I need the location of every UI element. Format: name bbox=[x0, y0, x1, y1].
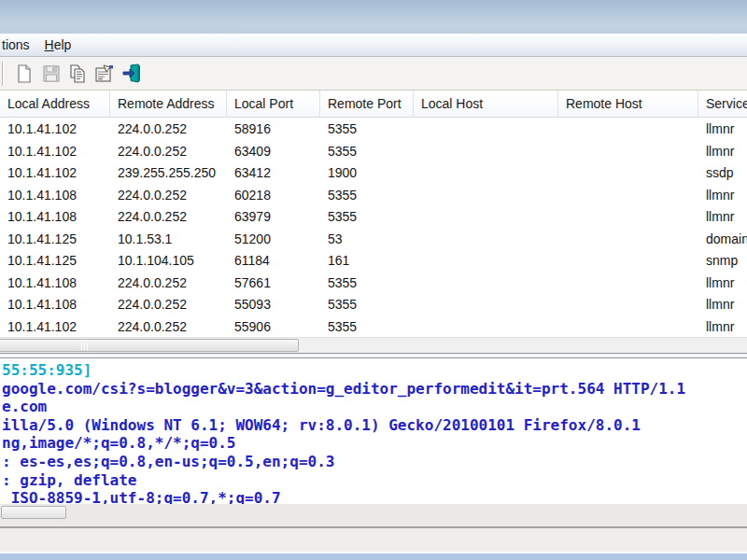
detail-horizontal-scrollbar[interactable] bbox=[0, 504, 747, 521]
table-scrollbar-thumb[interactable] bbox=[0, 339, 299, 352]
detail-scrollbar-thumb[interactable] bbox=[1, 506, 66, 519]
table-row[interactable]: 10.1.41.108224.0.0.252639795355llmnr bbox=[0, 205, 747, 228]
cell-service: llmnr bbox=[698, 184, 747, 206]
cell-remote-address: 224.0.0.252 bbox=[110, 140, 227, 162]
cell-remote-host bbox=[558, 205, 698, 228]
cell-remote-address: 10.1.104.105 bbox=[110, 249, 227, 272]
http-header-line: : es-es,es;q=0.8,en-us;q=0.5,en;q=0.3 bbox=[2, 453, 747, 471]
cell-remote-host bbox=[558, 184, 698, 206]
cell-local-port: 55093 bbox=[227, 293, 320, 315]
column-header-service[interactable]: Service bbox=[698, 91, 747, 117]
packet-timestamp: 55:55:935] bbox=[2, 361, 747, 380]
sniffer-window: tions Help bbox=[0, 0, 747, 560]
cell-service: llmnr bbox=[698, 140, 747, 162]
http-header-line: ng,image/*;q=0.8,*/*;q=0.5 bbox=[2, 434, 747, 453]
table-row[interactable]: 10.1.41.102224.0.0.252634095355llmnr bbox=[0, 140, 747, 162]
menu-item-help[interactable]: Help bbox=[37, 35, 79, 55]
cell-local-port: 60218 bbox=[227, 184, 320, 206]
exit-icon[interactable] bbox=[120, 62, 144, 86]
cell-remote-host bbox=[558, 272, 698, 294]
column-header-remote-host[interactable]: Remote Host bbox=[558, 91, 698, 117]
cell-local-host bbox=[414, 315, 558, 338]
column-header-remote-address[interactable]: Remote Address bbox=[110, 91, 227, 117]
properties-icon[interactable] bbox=[92, 62, 116, 86]
column-header-local-host[interactable]: Local Host bbox=[414, 91, 558, 117]
packet-detail-pane[interactable]: 55:55:935]google.com/csi?s=blogger&v=3&a… bbox=[0, 358, 747, 504]
cell-remote-port: 5355 bbox=[320, 140, 414, 162]
new-file-icon[interactable] bbox=[12, 62, 36, 86]
menu-item-options[interactable]: tions bbox=[0, 35, 37, 55]
cell-service: domain bbox=[698, 228, 747, 250]
http-header-line: e.com bbox=[2, 398, 747, 416]
cell-local-host bbox=[414, 293, 558, 315]
table-row[interactable]: 10.1.41.108224.0.0.252576615355llmnr bbox=[0, 272, 747, 294]
save-icon[interactable] bbox=[39, 62, 63, 86]
cell-local-address: 10.1.41.108 bbox=[0, 205, 110, 228]
cell-local-host bbox=[414, 161, 558, 184]
column-header-local-address[interactable]: Local Address bbox=[0, 91, 110, 117]
cell-remote-port: 53 bbox=[320, 228, 414, 250]
cell-local-address: 10.1.41.102 bbox=[0, 161, 110, 184]
cell-remote-port: 1900 bbox=[320, 161, 414, 184]
http-header-line: google.com/csi?s=blogger&v=3&action=g_ed… bbox=[2, 380, 747, 399]
cell-remote-port: 161 bbox=[320, 249, 414, 272]
table-row[interactable]: 10.1.41.12510.1.104.10561184161snmp bbox=[0, 249, 747, 272]
cell-local-host bbox=[414, 140, 558, 162]
cell-local-host bbox=[414, 205, 558, 228]
status-bar bbox=[0, 528, 747, 552]
cell-local-address: 10.1.41.102 bbox=[0, 140, 110, 162]
http-header-line: illa/5.0 (Windows NT 6.1; WOW64; rv:8.0.… bbox=[2, 416, 747, 435]
copy-icon[interactable] bbox=[65, 62, 90, 86]
menu-bar: tions Help bbox=[0, 34, 747, 57]
cell-remote-host bbox=[558, 293, 698, 315]
cell-remote-address: 224.0.0.252 bbox=[110, 315, 227, 338]
cell-service: ssdp bbox=[698, 161, 747, 184]
cell-local-address: 10.1.41.125 bbox=[0, 249, 110, 272]
cell-remote-host bbox=[558, 161, 698, 184]
table-row[interactable]: 10.1.41.102224.0.0.252559065355llmnr bbox=[0, 315, 747, 338]
cell-remote-port: 5355 bbox=[320, 184, 414, 206]
toolbar bbox=[0, 57, 747, 91]
connections-table: 10.1.41.102224.0.0.252589165355llmnr10.1… bbox=[0, 118, 747, 337]
table-row[interactable]: 10.1.41.108224.0.0.252550935355llmnr bbox=[0, 293, 747, 315]
table-row[interactable]: 10.1.41.102224.0.0.252589165355llmnr bbox=[0, 118, 747, 140]
cell-local-address: 10.1.41.108 bbox=[0, 184, 110, 206]
cell-remote-port: 5355 bbox=[320, 118, 414, 140]
cell-service: llmnr bbox=[698, 118, 747, 140]
table-row[interactable]: 10.1.41.108224.0.0.252602185355llmnr bbox=[0, 184, 747, 206]
taskbar-edge bbox=[0, 553, 747, 560]
toolbar-separator bbox=[2, 62, 4, 86]
cell-local-port: 63979 bbox=[227, 205, 320, 228]
title-bar[interactable] bbox=[0, 0, 747, 34]
cell-remote-port: 5355 bbox=[320, 272, 414, 294]
http-header-line: : gzip, deflate bbox=[2, 471, 747, 490]
table-header-row: Local AddressRemote AddressLocal PortRem… bbox=[0, 91, 747, 118]
cell-remote-port: 5355 bbox=[320, 293, 414, 315]
cell-local-host bbox=[414, 118, 558, 140]
cell-remote-port: 5355 bbox=[320, 205, 414, 228]
cell-remote-address: 224.0.0.252 bbox=[110, 205, 227, 228]
cell-local-port: 55906 bbox=[227, 315, 320, 338]
cell-local-port: 61184 bbox=[227, 249, 320, 272]
table-row[interactable]: 10.1.41.12510.1.53.15120053domain bbox=[0, 228, 747, 250]
cell-service: llmnr bbox=[698, 293, 747, 315]
cell-remote-address: 239.255.255.250 bbox=[110, 161, 227, 184]
cell-local-host bbox=[414, 249, 558, 272]
http-header-line: ISO-8859-1,utf-8;q=0.7,*;q=0.7 bbox=[2, 489, 747, 504]
cell-local-address: 10.1.41.102 bbox=[0, 118, 110, 140]
cell-remote-host bbox=[558, 315, 698, 338]
cell-local-address: 10.1.41.108 bbox=[0, 293, 110, 315]
cell-service: llmnr bbox=[698, 315, 747, 338]
table-row[interactable]: 10.1.41.102239.255.255.250634121900ssdp bbox=[0, 161, 747, 184]
column-header-remote-port[interactable]: Remote Port bbox=[320, 91, 414, 117]
cell-remote-port: 5355 bbox=[320, 315, 414, 338]
cell-remote-host bbox=[558, 140, 698, 162]
column-header-local-port[interactable]: Local Port bbox=[227, 91, 320, 117]
table-horizontal-scrollbar[interactable] bbox=[0, 337, 747, 353]
cell-remote-address: 224.0.0.252 bbox=[110, 184, 227, 206]
cell-local-host bbox=[414, 228, 558, 250]
cell-remote-host bbox=[558, 118, 698, 140]
cell-local-port: 57661 bbox=[227, 272, 320, 294]
cell-local-port: 58916 bbox=[227, 118, 320, 140]
cell-remote-address: 224.0.0.252 bbox=[110, 293, 227, 315]
